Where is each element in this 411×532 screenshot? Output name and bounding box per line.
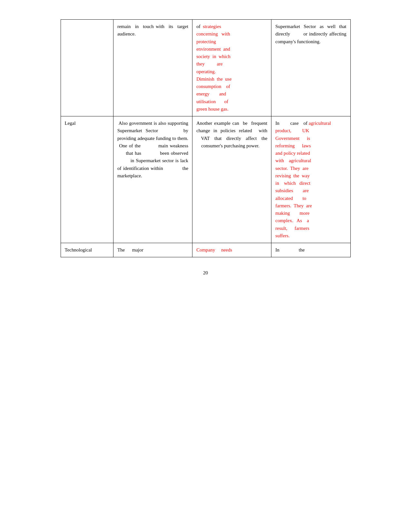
table-row: Technological The major Company needs In… xyxy=(61,243,350,257)
cell-row2-col3: Another example can be frequent change i… xyxy=(192,116,271,243)
page-wrapper: remain in touch with its target audience… xyxy=(61,19,351,513)
cell-row3-col4: In the xyxy=(271,243,350,257)
cell-row1-col1 xyxy=(61,20,113,116)
cell-row3-col2: The major xyxy=(113,243,192,257)
content-table: remain in touch with its target audience… xyxy=(61,19,351,257)
cell-row3-col1: Technological xyxy=(61,243,113,257)
cell-row2-col2: Also government is also supporting Super… xyxy=(113,116,192,243)
cell-row1-col2: remain in touch with its target audience… xyxy=(113,20,192,116)
cell-row1-col3: of strategies concerning with protecting… xyxy=(192,20,271,116)
cell-row3-col3: Company needs xyxy=(192,243,271,257)
cell-row1-col4: Supermarket Sector as well that directly… xyxy=(271,20,350,116)
cell-row2-col4: In case of agricultural product, UK Gove… xyxy=(271,116,350,243)
cell-row2-col1: Legal xyxy=(61,116,113,243)
page-number: 20 xyxy=(61,270,351,276)
table-row: remain in touch with its target audience… xyxy=(61,20,350,116)
table-row: Legal Also government is also supporting… xyxy=(61,116,350,243)
